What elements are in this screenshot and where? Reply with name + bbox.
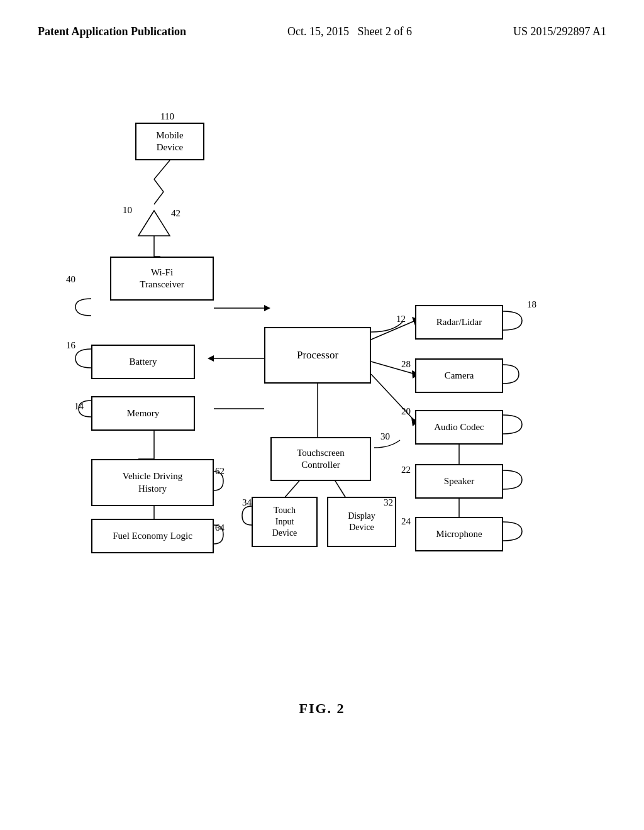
audio-codec-box: Audio Codec: [415, 410, 503, 445]
radar-lidar-box: Radar/Lidar: [415, 305, 503, 340]
svg-marker-3: [138, 211, 170, 236]
svg-line-0: [154, 160, 170, 179]
speaker-box: Speaker: [415, 464, 503, 499]
ref-30: 30: [380, 431, 390, 442]
svg-line-18: [371, 321, 415, 340]
memory-box: Memory: [91, 396, 195, 431]
ref-62: 62: [215, 465, 225, 477]
ref-14: 14: [74, 401, 84, 412]
ref-24: 24: [401, 516, 411, 527]
ref-18: 18: [527, 299, 536, 310]
ref-34: 34: [242, 497, 252, 508]
svg-line-1: [154, 179, 164, 192]
ref-42: 42: [171, 208, 180, 219]
microphone-box: Microphone: [415, 517, 503, 551]
mobile-device-box: Mobile Device: [135, 123, 204, 160]
page-header: Patent Application Publication Oct. 15, …: [0, 0, 644, 38]
ref-22: 22: [401, 464, 411, 475]
ref-32: 32: [384, 497, 393, 508]
ref-16: 16: [66, 340, 75, 351]
svg-line-2: [154, 192, 164, 204]
wifi-transceiver-box: Wi-Fi Transceiver: [110, 257, 214, 301]
touch-input-device-box: Touch Input Device: [252, 497, 318, 547]
ref-40: 40: [66, 274, 75, 285]
ref-10: 10: [123, 204, 132, 216]
publication-label: Patent Application Publication: [38, 25, 186, 38]
svg-marker-9: [208, 355, 214, 362]
ref-20: 20: [401, 406, 411, 417]
figure-caption: FIG. 2: [299, 700, 345, 717]
battery-box: Battery: [91, 345, 195, 379]
ref-110: 110: [160, 111, 174, 122]
ref-64: 64: [215, 522, 225, 533]
patent-number: US 2015/292897 A1: [513, 25, 606, 38]
vehicle-driving-history-box: Vehicle Driving History: [91, 459, 214, 506]
ref-12: 12: [396, 313, 406, 324]
diagram-area: Mobile Device 110 42 10 Wi-Fi Transceive…: [0, 88, 644, 748]
camera-box: Camera: [415, 358, 503, 393]
svg-marker-7: [264, 305, 270, 311]
processor-box: Processor: [264, 327, 371, 384]
fuel-economy-logic-box: Fuel Economy Logic: [91, 519, 214, 553]
touchscreen-controller-box: Touchscreen Controller: [270, 437, 371, 481]
date-sheet: Oct. 15, 2015 Sheet 2 of 6: [287, 25, 412, 38]
ref-28: 28: [401, 358, 411, 370]
